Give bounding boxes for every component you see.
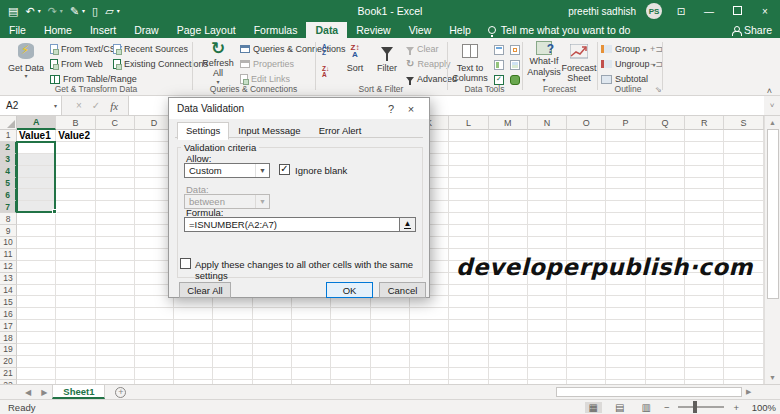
cell-N14[interactable] [528,285,567,297]
cell-P19[interactable] [606,344,645,356]
cell-K20[interactable] [410,356,449,368]
expand-formula-bar-icon[interactable]: ˅ [764,96,780,115]
flash-fill-icon[interactable] [494,45,504,55]
cell-A19[interactable] [17,344,56,356]
cell-A5[interactable] [17,178,56,190]
cell-N15[interactable] [528,296,567,308]
cell-O18[interactable] [567,332,606,344]
cell-G18[interactable] [253,332,292,344]
column-header-q[interactable]: Q [646,116,685,130]
cell-O9[interactable] [567,225,606,237]
cell-P5[interactable] [606,178,645,190]
cell-R7[interactable] [685,201,724,213]
scroll-down-icon[interactable]: ▼ [769,371,776,384]
row-header-12[interactable]: 12 [0,261,17,273]
cell-O7[interactable] [567,201,606,213]
cell-R8[interactable] [685,213,724,225]
row-header-3[interactable]: 3 [0,154,17,166]
cell-B17[interactable] [56,320,95,332]
cell-N20[interactable] [528,356,567,368]
remove-duplicates-icon[interactable] [510,45,520,55]
cell-M10[interactable] [489,237,528,249]
cell-M4[interactable] [489,166,528,178]
cell-L5[interactable] [449,178,488,190]
column-header-o[interactable]: O [567,116,606,130]
cell-O14[interactable] [567,285,606,297]
cell-C17[interactable] [96,320,135,332]
cell-A11[interactable] [17,249,56,261]
user-name[interactable]: preethi sadhish [568,6,636,17]
row-header-9[interactable]: 9 [0,225,17,237]
cell-C6[interactable] [96,189,135,201]
cell-A16[interactable] [17,308,56,320]
cell-R16[interactable] [685,308,724,320]
column-header-b[interactable]: B [56,116,95,130]
redo-icon[interactable]: ↷ [48,6,57,17]
dialog-tab-input-message[interactable]: Input Message [229,122,309,140]
cell-N7[interactable] [528,201,567,213]
cell-O5[interactable] [567,178,606,190]
cell-P17[interactable] [606,320,645,332]
vertical-scroll-thumb[interactable] [767,129,779,299]
cell-M19[interactable] [489,344,528,356]
row-header-15[interactable]: 15 [0,296,17,308]
cell-Q10[interactable] [646,237,685,249]
cell-I18[interactable] [331,332,370,344]
cell-N5[interactable] [528,178,567,190]
cell-S20[interactable] [724,356,763,368]
cell-K17[interactable] [410,320,449,332]
cell-N3[interactable] [528,154,567,166]
cell-R18[interactable] [685,332,724,344]
cell-R3[interactable] [685,154,724,166]
cell-L8[interactable] [449,213,488,225]
cell-C10[interactable] [96,237,135,249]
cell-A6[interactable] [17,189,56,201]
apply-changes-label[interactable]: Apply these changes to all other cells w… [195,259,429,281]
cell-B13[interactable] [56,273,95,285]
cell-G15[interactable] [253,296,292,308]
cell-I17[interactable] [331,320,370,332]
cell-B7[interactable] [56,201,95,213]
cell-N16[interactable] [528,308,567,320]
cell-N21[interactable] [528,368,567,380]
relationships-icon[interactable] [510,60,520,70]
cell-Q6[interactable] [646,189,685,201]
normal-view-icon[interactable]: ▦ [585,402,602,413]
cell-N17[interactable] [528,320,567,332]
ribbon-tab-view[interactable]: View [400,22,441,38]
page-layout-view-icon[interactable]: ▤ [611,402,628,413]
cell-M8[interactable] [489,213,528,225]
zoom-in-icon[interactable]: + [733,402,739,413]
cell-P14[interactable] [606,285,645,297]
ok-button[interactable]: OK [326,282,373,298]
cell-A15[interactable] [17,296,56,308]
cell-J20[interactable] [371,356,410,368]
cell-B5[interactable] [56,178,95,190]
new-sheet-icon[interactable]: + [115,387,126,398]
cell-M16[interactable] [489,308,528,320]
sort-button[interactable]: Z↕A Sort [341,40,369,84]
row-header-8[interactable]: 8 [0,213,17,225]
dialog-tab-settings[interactable]: Settings [177,122,229,140]
cell-M1[interactable] [489,130,528,142]
cell-P9[interactable] [606,225,645,237]
cell-S19[interactable] [724,344,763,356]
cell-Q9[interactable] [646,225,685,237]
cell-E17[interactable] [174,320,213,332]
cell-B16[interactable] [56,308,95,320]
recent-sources-button[interactable]: Recent Sources [113,42,188,56]
cell-F18[interactable] [213,332,252,344]
cell-P8[interactable] [606,213,645,225]
cell-Q14[interactable] [646,285,685,297]
cell-A2[interactable] [17,142,56,154]
insert-function-icon[interactable]: fx [110,100,118,112]
dialog-title-bar[interactable]: Data Validation ? × [169,98,429,119]
row-header-2[interactable]: 2 [0,142,17,154]
cell-F16[interactable] [213,308,252,320]
cell-C16[interactable] [96,308,135,320]
cell-P1[interactable] [606,130,645,142]
cell-D18[interactable] [135,332,174,344]
cell-H15[interactable] [292,296,331,308]
ribbon-display-options-icon[interactable]: ⊡ [672,6,690,17]
ribbon-tab-draw[interactable]: Draw [125,22,168,38]
